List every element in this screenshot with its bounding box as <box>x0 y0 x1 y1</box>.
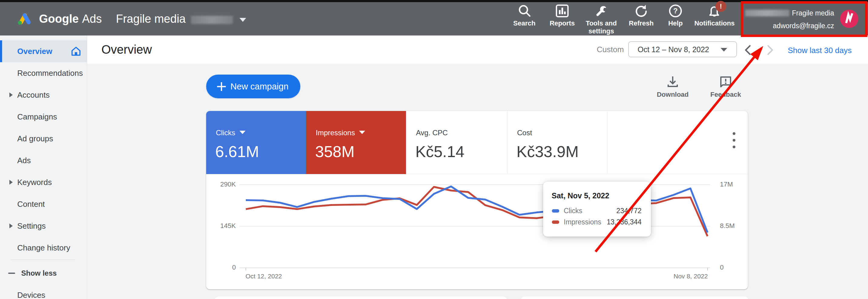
account-context-title: Fragile media <box>116 12 186 25</box>
x-axis-tick-end: Nov 8, 2022 <box>674 273 708 280</box>
expand-arrow-icon <box>9 180 13 185</box>
date-range-type-label: Custom <box>597 45 624 54</box>
sidebar-item-recommendations[interactable]: Recommendations <box>0 62 87 84</box>
refresh-icon <box>634 4 648 18</box>
card-menu-button[interactable] <box>727 132 741 152</box>
download-icon <box>666 75 679 88</box>
reports-icon <box>555 4 569 18</box>
sidebar-item-settings[interactable]: Settings <box>0 215 87 237</box>
tooltip-date: Sat, Nov 5, 2022 <box>552 191 609 200</box>
metric-cell-clicks[interactable]: Clicks 6.61M <box>206 111 306 174</box>
account-chip[interactable]: Fragile media adwords@fragile.cz <box>745 2 858 35</box>
google-ads-overview-screen: GoogleAds Fragile media Search Reports <box>0 0 868 299</box>
sidebar-divider <box>10 260 75 260</box>
y-axis-left-tick: 0 <box>209 264 236 271</box>
tooltip-row-clicks: Clicks 234,772 <box>543 206 651 215</box>
impressions-legend-chip <box>552 220 559 224</box>
home-icon <box>71 46 81 56</box>
metric-cell-impressions[interactable]: Impressions 358M <box>306 111 406 174</box>
brand-name: GoogleAds <box>39 12 102 25</box>
new-campaign-button[interactable]: New campaign <box>206 75 300 98</box>
notification-badge: ! <box>715 1 726 12</box>
notifications-button[interactable]: ! Notifications <box>690 2 739 35</box>
redacted-account-id <box>191 16 233 24</box>
help-icon: ? <box>669 4 682 18</box>
expand-arrow-icon <box>9 92 13 97</box>
account-info: Fragile media adwords@fragile.cz <box>745 7 834 32</box>
metric-cell-avg-cpc[interactable]: Avg. CPC Kč5.14 <box>406 111 507 174</box>
next-row-card <box>214 297 507 299</box>
plus-icon <box>216 82 226 91</box>
download-button[interactable]: Download <box>643 75 703 99</box>
sidebar-item-content[interactable]: Content <box>0 193 87 215</box>
metric-cell-empty <box>607 111 748 174</box>
metric-cell-cost[interactable]: Cost Kč33.9M <box>507 111 607 174</box>
sidebar-item-campaigns[interactable]: Campaigns <box>0 106 87 128</box>
account-context-switcher[interactable]: Fragile media <box>116 2 246 35</box>
search-icon <box>518 4 531 18</box>
account-name: Fragile media <box>792 7 834 20</box>
sidebar-item-accounts[interactable]: Accounts <box>0 84 87 106</box>
metric-strip: Clicks 6.61M Impressions 358M Avg. CPC K… <box>206 111 748 174</box>
sidebar-item-overview[interactable]: Overview <box>0 40 87 62</box>
clicks-legend-chip <box>552 209 559 213</box>
wrench-icon <box>594 4 609 19</box>
avatar-logo-icon <box>840 10 858 28</box>
feedback-icon <box>719 75 732 88</box>
x-axis-tick-start: Oct 12, 2022 <box>246 273 282 280</box>
chevron-down-icon <box>240 18 246 22</box>
sidebar-item-devices[interactable]: Devices <box>0 284 87 299</box>
show-last-30-days-link[interactable]: Show last 30 days <box>788 46 851 55</box>
topbar: GoogleAds Fragile media Search Reports <box>0 2 868 35</box>
minus-icon <box>8 273 15 274</box>
sidebar-item-keywords[interactable]: Keywords <box>0 171 87 193</box>
sidebar-item-ad-groups[interactable]: Ad groups <box>0 128 87 150</box>
page-title: Overview <box>101 43 152 56</box>
next-period-button[interactable] <box>764 44 776 56</box>
chart-tooltip: Sat, Nov 5, 2022 Clicks 234,772 Impressi… <box>543 182 651 237</box>
y-axis-left-tick: 145K <box>209 222 236 230</box>
y-axis-right-tick: 17M <box>720 181 733 188</box>
main-content: New campaign Download Feedback Clicks <box>87 65 868 299</box>
feedback-button[interactable]: Feedback <box>695 75 756 99</box>
next-row-card <box>521 297 748 299</box>
sidebar-item-ads[interactable]: Ads <box>0 150 87 171</box>
window-top-strip <box>0 0 868 2</box>
time-series-chart[interactable]: 290K 145K 0 17M 8.5M 0 Oct 12, 2022 Nov … <box>206 174 748 289</box>
sidebar-item-change-history[interactable]: Change history <box>0 237 87 259</box>
chevron-down-icon <box>359 131 365 134</box>
chevron-down-icon <box>240 131 246 134</box>
chart-plot-area <box>206 174 748 289</box>
expand-arrow-icon <box>9 223 13 228</box>
sidebar-navigation: Overview Recommendations Accounts Campai… <box>0 35 87 299</box>
overview-chart-card: Clicks 6.61M Impressions 358M Avg. CPC K… <box>206 111 748 289</box>
page-header: Overview Custom Oct 12 – Nov 8, 2022 Sho… <box>87 35 868 65</box>
y-axis-right-tick: 0 <box>720 264 723 271</box>
avatar[interactable] <box>840 10 858 28</box>
chevron-down-icon <box>720 48 727 52</box>
account-email: adwords@fragile.cz <box>745 20 834 32</box>
previous-period-button[interactable] <box>742 44 754 56</box>
google-ads-logo-icon <box>17 13 32 25</box>
y-axis-right-tick: 8.5M <box>720 222 735 230</box>
svg-text:?: ? <box>673 7 678 15</box>
y-axis-left-tick: 290K <box>209 181 236 188</box>
sidebar-item-show-less[interactable]: Show less <box>0 262 87 284</box>
tooltip-row-impressions: Impressions 13,236,344 <box>543 217 651 226</box>
selected-indicator <box>0 40 2 62</box>
date-range-picker[interactable]: Oct 12 – Nov 8, 2022 <box>628 41 737 57</box>
redacted-account-number <box>745 10 789 17</box>
google-ads-brand[interactable]: GoogleAds <box>17 2 102 35</box>
